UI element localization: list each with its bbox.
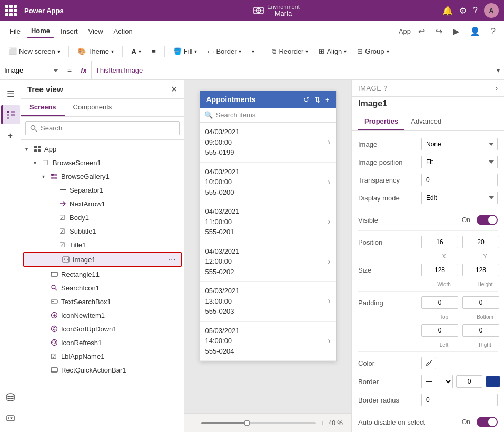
canvas-list-item-3[interactable]: 04/03/2021 11:00:00 555-0201 › bbox=[200, 202, 336, 242]
padding-bottom-input[interactable] bbox=[462, 296, 499, 309]
canvas-frame: Appointments ↺ ⇅ + 🔍 Search items 04/03/… bbox=[200, 91, 337, 361]
down-chevron-button[interactable]: ▾ bbox=[248, 46, 259, 56]
user-icon[interactable]: 👤 bbox=[467, 24, 483, 38]
tree-item-app[interactable]: ▾ App bbox=[21, 142, 184, 156]
canvas-list-item-4[interactable]: 04/03/2021 12:00:00 555-0202 › bbox=[200, 242, 336, 282]
variable-icon[interactable] bbox=[1, 409, 20, 428]
theme-button[interactable]: 🎨 Theme ▾ bbox=[73, 45, 118, 57]
item-time-2: 10:00:00 bbox=[205, 177, 324, 187]
align-button[interactable]: ⊞ Align ▾ bbox=[314, 45, 351, 57]
help-circle-icon[interactable]: ? bbox=[383, 85, 387, 92]
border-button[interactable]: ▭ Border ▾ bbox=[203, 45, 245, 57]
size-height-input[interactable] bbox=[462, 264, 499, 276]
canvas-search-icon: 🔍 bbox=[204, 111, 213, 119]
border-style-select[interactable]: — bbox=[421, 375, 453, 388]
add-icon[interactable]: + bbox=[1, 126, 20, 145]
notification-icon[interactable]: 🔔 bbox=[442, 6, 453, 16]
tree-item-subtitle[interactable]: ▾ ☑ Subtitle1 bbox=[21, 224, 184, 238]
zoom-track[interactable] bbox=[201, 422, 316, 424]
padding-left-input[interactable] bbox=[421, 324, 458, 337]
border-width-input[interactable] bbox=[456, 375, 482, 388]
visible-toggle[interactable] bbox=[477, 215, 498, 225]
waffle-icon[interactable] bbox=[5, 5, 17, 16]
tree-item-body[interactable]: ▾ ☑ Body1 bbox=[21, 210, 184, 224]
tree-close-button[interactable]: ✕ bbox=[171, 84, 177, 94]
tab-components[interactable]: Components bbox=[65, 99, 121, 116]
undo-icon[interactable]: ↩ bbox=[415, 24, 428, 38]
canvas-list-item-6[interactable]: 05/03/2021 14:00:00 555-0204 › bbox=[200, 322, 336, 361]
tree-item-rect11[interactable]: ▾ Rectangle11 bbox=[21, 267, 184, 281]
formula-input[interactable] bbox=[92, 66, 492, 74]
tree-item-image1[interactable]: ▾ Image1 ··· bbox=[23, 252, 182, 267]
redo-icon[interactable]: ↪ bbox=[432, 24, 446, 38]
tree-item-nextarrow[interactable]: ▾ NextArrow1 bbox=[21, 197, 184, 210]
pos-x-input[interactable] bbox=[421, 236, 458, 248]
canvas-list-item-2[interactable]: 04/03/2021 10:00:00 555-0200 › bbox=[200, 163, 336, 203]
sort-canvas-icon[interactable]: ⇅ bbox=[314, 96, 320, 104]
menu-action[interactable]: Action bbox=[110, 25, 137, 37]
zoom-handle[interactable] bbox=[244, 420, 250, 426]
tree-item-browsegallery[interactable]: ▾ BrowseGallery1 bbox=[21, 169, 184, 183]
zoom-out-btn[interactable]: − bbox=[193, 419, 197, 427]
menu-home[interactable]: Home bbox=[27, 25, 54, 38]
group-button[interactable]: ⊟ Group ▾ bbox=[353, 45, 393, 57]
tab-properties[interactable]: Properties bbox=[358, 113, 404, 130]
search-input[interactable] bbox=[25, 121, 180, 135]
tree-item-title[interactable]: ▾ ☑ Title1 bbox=[21, 238, 184, 252]
canvas-list-item-5[interactable]: 05/03/2021 13:00:00 555-0203 › bbox=[200, 282, 336, 322]
size-width-input[interactable] bbox=[421, 264, 458, 276]
help-icon[interactable]: ? bbox=[473, 6, 478, 15]
image1-more[interactable]: ··· bbox=[168, 255, 176, 264]
image-position-select[interactable]: Fit bbox=[421, 156, 498, 168]
tree-item-rectquick[interactable]: ▾ RectQuickActionBar1 bbox=[21, 363, 184, 377]
tree-item-textsearch[interactable]: ▾ TextSearchBox1 bbox=[21, 295, 184, 308]
right-panel-content: Image None Image position Fit Transp bbox=[352, 131, 504, 432]
canvas-list-item-1[interactable]: 04/03/2021 09:00:00 555-0199 › bbox=[200, 123, 336, 163]
color-picker-btn[interactable] bbox=[421, 357, 436, 369]
border-color-btn[interactable] bbox=[486, 376, 500, 387]
toolbar: ⬜ New screen ▾ 🎨 Theme ▾ A ▾ ≡ 🪣 Fill ▾ … bbox=[0, 42, 504, 61]
transparency-input[interactable] bbox=[421, 174, 498, 186]
formula-expand[interactable]: ▾ bbox=[492, 67, 504, 74]
rectquick-icon bbox=[51, 366, 59, 374]
tab-advanced[interactable]: Advanced bbox=[404, 113, 448, 130]
tree-item-lblappname[interactable]: ▾ ☑ LblAppName1 bbox=[21, 349, 184, 363]
padding-right-input[interactable] bbox=[462, 324, 499, 337]
treeview-icon[interactable] bbox=[1, 105, 20, 124]
avatar[interactable]: A bbox=[484, 3, 499, 18]
tree-item-iconrefresh[interactable]: ▾ IconRefresh1 bbox=[21, 336, 184, 349]
right-panel-tabs: Properties Advanced bbox=[352, 113, 504, 131]
text-align-button[interactable]: ≡ bbox=[147, 45, 160, 57]
pos-y-input[interactable] bbox=[462, 236, 499, 248]
panel-expand-icon[interactable]: › bbox=[496, 84, 498, 92]
menu-view[interactable]: View bbox=[84, 25, 107, 37]
new-screen-button[interactable]: ⬜ New screen ▾ bbox=[4, 45, 64, 57]
zoom-in-btn[interactable]: + bbox=[320, 419, 324, 427]
play-icon[interactable]: ▶ bbox=[450, 24, 462, 38]
element-selector[interactable]: Image bbox=[0, 61, 63, 79]
settings-icon[interactable]: ⚙ bbox=[459, 6, 467, 16]
display-mode-select[interactable]: Edit bbox=[421, 192, 498, 204]
font-button[interactable]: A ▾ bbox=[127, 45, 145, 58]
fx-button[interactable]: fx bbox=[76, 61, 92, 79]
hamburger-icon[interactable]: ☰ bbox=[1, 84, 20, 103]
menu-file[interactable]: File bbox=[5, 25, 25, 37]
fill-button[interactable]: 🪣 Fill ▾ bbox=[169, 45, 202, 57]
border-radius-input[interactable] bbox=[421, 394, 498, 406]
position-inputs bbox=[421, 236, 499, 248]
tree-item-separator[interactable]: ▾ Separator1 bbox=[21, 183, 184, 197]
help-menu-icon[interactable]: ? bbox=[488, 25, 499, 38]
add-canvas-icon[interactable]: + bbox=[325, 96, 330, 104]
refresh-canvas-icon[interactable]: ↺ bbox=[303, 96, 309, 104]
padding-top-input[interactable] bbox=[421, 296, 458, 309]
tree-item-searchicon[interactable]: ▾ SearchIcon1 bbox=[21, 281, 184, 295]
auto-disable-toggle[interactable] bbox=[477, 417, 498, 427]
reorder-button[interactable]: ⧉ Reorder ▾ bbox=[268, 45, 312, 58]
image-select[interactable]: None bbox=[421, 138, 498, 150]
menu-insert[interactable]: Insert bbox=[56, 25, 82, 37]
data-icon[interactable] bbox=[1, 388, 20, 407]
tab-screens[interactable]: Screens bbox=[21, 99, 65, 116]
tree-item-iconsort[interactable]: ▾ IconSortUpDown1 bbox=[21, 322, 184, 336]
tree-item-iconnewitem[interactable]: ▾ IconNewItem1 bbox=[21, 308, 184, 322]
tree-item-browsescreen[interactable]: ▾ ☐ BrowseScreen1 bbox=[21, 156, 184, 169]
